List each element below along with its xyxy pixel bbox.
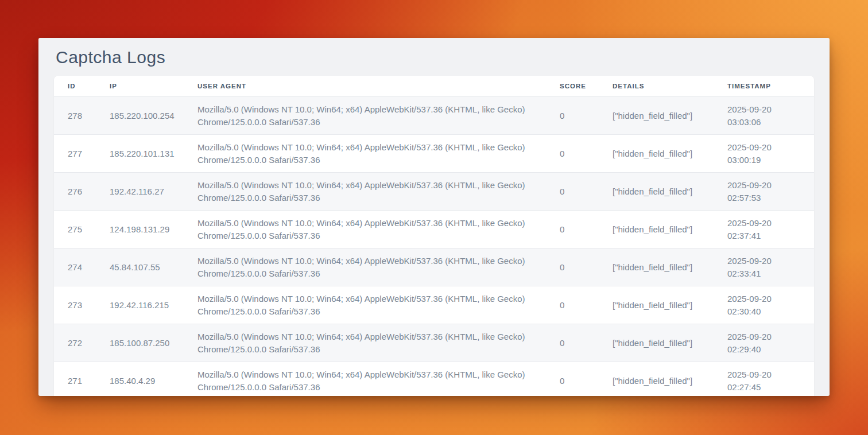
cell-details: ["hidden_field_filled"] [599, 248, 714, 286]
timestamp-text: 2025-09-20 02:33:41 [727, 255, 788, 279]
cell-user-agent: Mozilla/5.0 (Windows NT 10.0; Win64; x64… [184, 173, 546, 211]
cell-ip: 185.40.4.29 [96, 362, 184, 397]
column-header-score: SCORE [546, 76, 599, 97]
timestamp-text: 2025-09-20 02:30:40 [727, 293, 788, 317]
desktop-background: Captcha Logs ID IP USER AGENT SCORE DETA… [0, 0, 868, 435]
timestamp-text: 2025-09-20 02:29:40 [727, 331, 788, 355]
column-header-ip: IP [96, 76, 184, 97]
cell-timestamp: 2025-09-20 02:57:53 [714, 173, 814, 211]
cell-id: 274 [54, 248, 96, 286]
cell-score: 0 [546, 248, 599, 286]
cell-user-agent: Mozilla/5.0 (Windows NT 10.0; Win64; x64… [184, 97, 546, 135]
column-header-id: ID [54, 76, 96, 97]
cell-details: ["hidden_field_filled"] [599, 135, 714, 173]
table-row: 271 185.40.4.29 Mozilla/5.0 (Windows NT … [54, 362, 814, 397]
table-row: 276 192.42.116.27 Mozilla/5.0 (Windows N… [54, 173, 814, 211]
page-title: Captcha Logs [38, 38, 830, 76]
cell-details: ["hidden_field_filled"] [599, 97, 714, 135]
cell-user-agent: Mozilla/5.0 (Windows NT 10.0; Win64; x64… [184, 362, 546, 397]
timestamp-text: 2025-09-20 02:57:53 [727, 179, 788, 204]
cell-ip: 45.84.107.55 [96, 248, 184, 286]
cell-id: 272 [54, 324, 96, 362]
table-header-row: ID IP USER AGENT SCORE DETAILS TIMESTAMP [54, 76, 814, 97]
table-row: 278 185.220.100.254 Mozilla/5.0 (Windows… [54, 97, 814, 135]
column-header-details: DETAILS [599, 76, 714, 97]
cell-id: 277 [54, 135, 96, 173]
cell-score: 0 [546, 324, 599, 362]
table-row: 272 185.100.87.250 Mozilla/5.0 (Windows … [54, 324, 814, 362]
table-row: 273 192.42.116.215 Mozilla/5.0 (Windows … [54, 286, 814, 324]
cell-user-agent: Mozilla/5.0 (Windows NT 10.0; Win64; x64… [184, 286, 546, 324]
cell-timestamp: 2025-09-20 02:27:45 [714, 362, 814, 397]
table-row: 275 124.198.131.29 Mozilla/5.0 (Windows … [54, 211, 814, 248]
cell-score: 0 [546, 362, 599, 397]
table-row: 274 45.84.107.55 Mozilla/5.0 (Windows NT… [54, 248, 814, 286]
cell-timestamp: 2025-09-20 02:29:40 [714, 324, 814, 362]
cell-details: ["hidden_field_filled"] [599, 286, 714, 324]
cell-ip: 124.198.131.29 [96, 211, 184, 248]
table-body: 278 185.220.100.254 Mozilla/5.0 (Windows… [54, 97, 814, 397]
cell-score: 0 [546, 135, 599, 173]
logs-table: ID IP USER AGENT SCORE DETAILS TIMESTAMP… [54, 76, 814, 396]
cell-id: 273 [54, 286, 96, 324]
cell-id: 276 [54, 173, 96, 211]
cell-user-agent: Mozilla/5.0 (Windows NT 10.0; Win64; x64… [184, 324, 546, 362]
cell-score: 0 [546, 97, 599, 135]
cell-details: ["hidden_field_filled"] [599, 173, 714, 211]
cell-score: 0 [546, 173, 599, 211]
cell-user-agent: Mozilla/5.0 (Windows NT 10.0; Win64; x64… [184, 211, 546, 248]
cell-ip: 192.42.116.215 [96, 286, 184, 324]
timestamp-text: 2025-09-20 03:00:19 [727, 141, 788, 166]
cell-ip: 185.220.100.254 [96, 97, 184, 135]
cell-id: 275 [54, 211, 96, 248]
cell-score: 0 [546, 211, 599, 248]
table-row: 277 185.220.101.131 Mozilla/5.0 (Windows… [54, 135, 814, 173]
cell-timestamp: 2025-09-20 02:37:41 [714, 211, 814, 248]
cell-timestamp: 2025-09-20 03:00:19 [714, 135, 814, 173]
cell-score: 0 [546, 286, 599, 324]
column-header-timestamp: TIMESTAMP [714, 76, 814, 97]
cell-user-agent: Mozilla/5.0 (Windows NT 10.0; Win64; x64… [184, 248, 546, 286]
cell-details: ["hidden_field_filled"] [599, 211, 714, 248]
cell-user-agent: Mozilla/5.0 (Windows NT 10.0; Win64; x64… [184, 135, 546, 173]
timestamp-text: 2025-09-20 02:37:41 [727, 217, 788, 242]
cell-details: ["hidden_field_filled"] [599, 362, 714, 397]
cell-ip: 185.220.101.131 [96, 135, 184, 173]
cell-id: 278 [54, 97, 96, 135]
captcha-logs-card: Captcha Logs ID IP USER AGENT SCORE DETA… [38, 38, 830, 396]
timestamp-text: 2025-09-20 03:03:06 [727, 103, 788, 128]
cell-timestamp: 2025-09-20 03:03:06 [714, 97, 814, 135]
column-header-user-agent: USER AGENT [184, 76, 546, 97]
cell-timestamp: 2025-09-20 02:33:41 [714, 248, 814, 286]
cell-details: ["hidden_field_filled"] [599, 324, 714, 362]
cell-timestamp: 2025-09-20 02:30:40 [714, 286, 814, 324]
cell-ip: 192.42.116.27 [96, 173, 184, 211]
cell-id: 271 [54, 362, 96, 397]
cell-ip: 185.100.87.250 [96, 324, 184, 362]
logs-table-container: ID IP USER AGENT SCORE DETAILS TIMESTAMP… [54, 76, 814, 396]
timestamp-text: 2025-09-20 02:27:45 [727, 368, 788, 393]
